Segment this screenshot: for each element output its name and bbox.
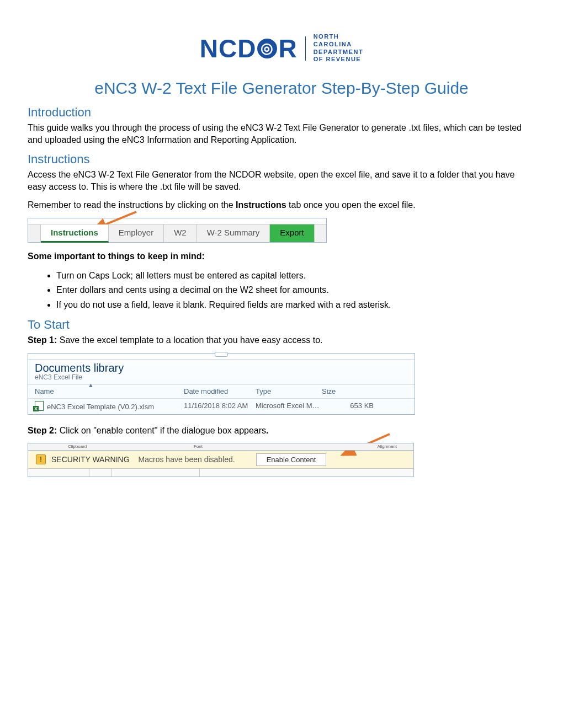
tab-instructions[interactable]: Instructions — [41, 224, 109, 243]
col-type[interactable]: Type — [256, 387, 322, 395]
sort-asc-icon: ▲ — [88, 382, 94, 388]
library-columns: ▲ Name Date modified Type Size — [28, 384, 415, 399]
section-introduction: Introduction — [28, 105, 535, 120]
table-row[interactable]: eNC3 Excel Template (V0.2).xlsm 11/16/20… — [28, 399, 415, 414]
col-date[interactable]: Date modified — [184, 387, 256, 395]
page-title: eNC3 W-2 Text File Generator Step-By-Ste… — [28, 79, 535, 98]
col-name[interactable]: Name — [35, 387, 54, 395]
file-size: 653 KB — [322, 402, 388, 410]
file-type: Microsoft Excel M… — [256, 402, 322, 410]
warning-icon: ! — [36, 454, 46, 464]
target-icon: ◎ — [257, 39, 277, 58]
file-name: eNC3 Excel Template (V0.2).xlsm — [47, 403, 154, 411]
security-warning-bar: ! SECURITY WARNING Macros have been disa… — [28, 451, 414, 468]
excel-file-icon — [35, 401, 44, 411]
logo-brand: NCD◎R — [200, 34, 298, 63]
library-subtitle: eNC3 Excel File — [35, 373, 408, 381]
intro-body: This guide walks you through the process… — [28, 122, 535, 146]
keep-in-mind-list: Turn on Caps Lock; all letters must be e… — [56, 269, 535, 312]
library-title: Documents library — [35, 362, 408, 374]
instructions-p1: Access the eNC3 W-2 Text File Generator … — [28, 169, 535, 192]
documents-library-figure: Documents library eNC3 Excel File ▲ Name… — [28, 353, 415, 415]
ribbon-clipboard: Clipboard — [68, 444, 87, 449]
logo-tagline: NORTH CAROLINA DEPARTMENT OF REVENUE — [314, 33, 364, 63]
logo: NCD◎R NORTH CAROLINA DEPARTMENT OF REVEN… — [28, 33, 535, 63]
section-to-start: To Start — [28, 318, 535, 332]
step1: Step 1: Save the excel template to a loc… — [28, 334, 535, 346]
tab-export[interactable]: Export — [270, 224, 314, 242]
keep-in-mind-heading: Some important to things to keep in mind… — [28, 250, 535, 263]
security-warning-label: SECURITY WARNING — [51, 455, 130, 464]
instructions-p2: Remember to read the instructions by cli… — [28, 199, 535, 211]
ribbon-font: Font — [194, 444, 203, 449]
step2: Step 2: Click on "enable content" if the… — [28, 425, 535, 437]
tab-employer[interactable]: Employer — [109, 224, 164, 242]
security-warning-figure: Clipboard Font Alignment ! SECURITY WARN… — [28, 443, 414, 477]
tab-w2-summary[interactable]: W-2 Summary — [197, 224, 270, 242]
enable-content-button[interactable]: Enable Content — [256, 453, 327, 466]
list-item: If you do not use a field, leave it blan… — [56, 298, 535, 312]
file-date: 11/16/2018 8:02 AM — [184, 402, 256, 410]
col-size[interactable]: Size — [322, 387, 388, 395]
list-item: Turn on Caps Lock; all letters must be e… — [56, 269, 535, 283]
ribbon-alignment: Alignment — [377, 444, 397, 449]
excel-tabs-figure: Instructions Employer W2 W-2 Summary Exp… — [28, 218, 327, 243]
section-instructions: Instructions — [28, 152, 535, 167]
tab-w2[interactable]: W2 — [164, 224, 197, 242]
list-item: Enter dollars and cents using a decimal … — [56, 283, 535, 297]
security-warning-message: Macros have been disabled. — [139, 455, 235, 464]
